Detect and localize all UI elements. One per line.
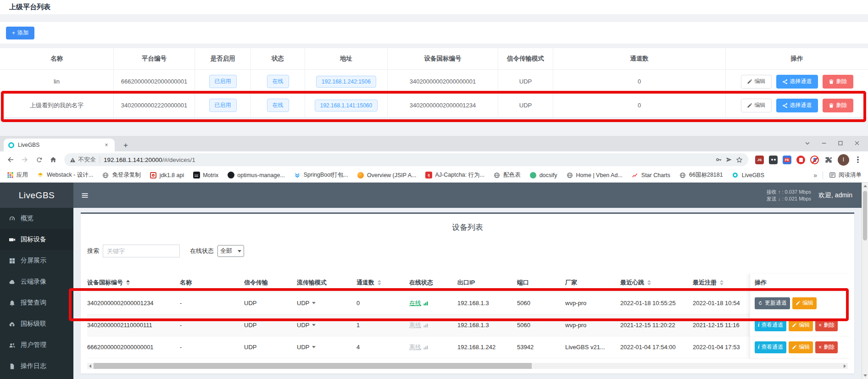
stream-mode-select[interactable]: UDP [297,344,316,351]
back-button[interactable] [5,154,17,166]
online-status-select[interactable]: 全部 [217,245,244,257]
sidebar-item-gb-cascade[interactable]: 国标级联 [0,313,73,334]
bookmark-vben[interactable]: Home | Vben Ad... [566,172,623,179]
col-header-name: 名称 [0,48,114,69]
pencil-icon [792,345,797,350]
sidebar-item-alarm-query[interactable]: 报警查询 [0,292,73,313]
online-status-link[interactable]: 在线 [409,299,428,307]
delete-button[interactable]: 删除 [823,75,853,89]
address-badge[interactable]: 192.168.1.141:15060 [315,100,378,111]
reload-button[interactable] [33,154,45,166]
bookmark-aj-captcha[interactable]: ijAJ-Captcha: 行为... [425,171,484,179]
bookmark-star-icon[interactable] [736,156,743,163]
sidebar-item-gb-devices[interactable]: 国标设备 [0,229,73,250]
sidebar-item-user-management[interactable]: 用户管理 [0,334,73,356]
password-key-icon[interactable] [716,156,722,163]
stream-mode-select[interactable]: UDP [297,322,316,329]
sidebar-item-cloud-recording[interactable]: 云端录像 [0,271,73,292]
view-channels-button[interactable]: i查看通道 [755,341,786,353]
bookmark-apps[interactable]: 应用 [6,171,28,179]
horizontal-scrollbar-thumb[interactable] [94,363,532,369]
not-secure-label[interactable]: 不安全 [78,156,96,164]
col-gb-id[interactable]: 设备国标编号 [87,279,180,287]
window-maximize-button[interactable] [832,137,849,149]
edit-button[interactable]: 编辑 [741,99,772,112]
col-port: 端口 [517,279,565,287]
extension-adblock-hand-icon[interactable] [796,156,805,164]
col-heartbeat[interactable]: 最近心跳 [620,279,693,287]
scroll-left-arrow-icon[interactable] [89,364,91,368]
offline-status-link[interactable]: 离线 [409,321,428,329]
bookmark-docsify[interactable]: docsify [529,172,557,179]
edit-device-button[interactable]: 编辑 [789,319,813,331]
bookmark-copy-free[interactable]: 免登录复制 [102,171,141,179]
bookmark-color-table[interactable]: 配色表 [493,171,521,179]
col-header-enabled: 是否启用 [195,48,251,69]
enabled-badge: 已启用 [209,75,237,88]
sidebar-item-overview[interactable]: 概览 [0,208,73,229]
col-channels[interactable]: 通道数 [356,279,409,287]
new-tab-button[interactable]: + [120,140,131,151]
select-channel-button[interactable]: 选择通道 [776,99,818,112]
extension-fe-icon[interactable]: FE [783,156,791,164]
home-button[interactable] [47,154,59,166]
double-chevron-icon [294,172,301,179]
bookmark-livegbs[interactable]: LiveGBS [732,172,764,179]
bookmark-springboot[interactable]: SpringBoot打包... [294,171,348,179]
sidebar-item-split-screen[interactable]: 分屏展示 [0,250,73,271]
bookmark-gb28181[interactable]: 66国标28181 [679,171,723,179]
scroll-up-arrow-icon[interactable] [863,185,867,187]
horizontal-scrollbar[interactable] [87,363,848,369]
platform-row-lin: lin 66620000002000000001 已启用 在线 192.168.… [0,70,868,94]
update-channels-button[interactable]: 更新通道 [755,297,790,309]
select-channel-button[interactable]: 选择通道 [776,75,818,89]
bookmark-star-charts[interactable]: Star Charts [631,172,670,179]
browser-tab-livegbs[interactable]: LiveGBS × [4,139,115,151]
bookmark-jdk-api[interactable]: jdk1.8 api [150,172,184,179]
window-minimize-button[interactable] [816,137,832,149]
delete-button[interactable]: 删除 [823,99,853,112]
forward-button[interactable] [19,154,31,166]
address-badge[interactable]: 192.168.1.242:1506 [316,76,376,88]
search-input[interactable] [103,245,180,257]
edit-device-button[interactable]: 编辑 [789,341,813,353]
sidebar-item-operation-log[interactable]: 操作日志 [0,356,73,377]
delete-device-button[interactable]: ×删除 [815,319,838,331]
profile-avatar[interactable]: I [838,154,849,166]
stream-mode-select[interactable]: UDP [297,300,316,307]
scroll-down-arrow-icon[interactable] [863,374,867,377]
browser-menu-kebab-icon[interactable] [854,156,862,164]
offline-status-link[interactable]: 离线 [409,343,428,351]
col-actions: 操作 [750,274,850,292]
extension-goggles-icon[interactable] [769,156,778,164]
app-logo[interactable]: LiveGBS [0,183,73,208]
sidebar-toggle-hamburger-icon[interactable] [81,192,89,199]
sidebar-item-basic-config[interactable]: 基础配置 [0,377,73,379]
vertical-scrollbar[interactable] [862,183,868,379]
welcome-user[interactable]: 欢迎, admin [818,191,852,200]
edit-device-button[interactable]: 编辑 [792,297,817,309]
add-platform-button[interactable]: + 添加 [6,27,34,39]
aj-captcha-icon: ij [425,172,432,179]
delete-device-button[interactable]: ×删除 [815,341,838,353]
bookmark-motrix[interactable]: Motrix [193,172,218,179]
bookmark-overview-jsip[interactable]: Overview (JSIP A... [357,172,416,179]
tab-search-chevron-icon[interactable] [799,137,816,149]
address-bar[interactable]: 不安全 192.168.1.141:20000/#/devices/1 [64,153,748,166]
extensions-puzzle-icon[interactable] [824,156,833,164]
edit-button[interactable]: 编辑 [741,75,772,89]
bookmark-optimus[interactable]: optimus-manage... [227,172,285,179]
scroll-right-arrow-icon[interactable] [844,364,846,368]
reading-list-button[interactable]: 阅读清单 [829,171,862,179]
view-channels-button[interactable]: i查看通道 [755,319,786,331]
gauge-icon [9,215,16,222]
extension-blocked-phone-icon[interactable] [810,156,819,164]
bookmarks-overflow-chevrons[interactable]: » [813,172,817,179]
send-to-device-icon[interactable] [726,156,732,163]
tab-close-icon[interactable]: × [103,141,110,149]
col-online: 在线状态 [409,279,457,287]
window-close-button[interactable] [849,137,865,149]
extension-js-icon[interactable]: JS [755,156,764,164]
vertical-scrollbar-thumb[interactable] [863,191,867,240]
bookmark-webstack[interactable]: Webstack - 设计... [37,171,93,179]
